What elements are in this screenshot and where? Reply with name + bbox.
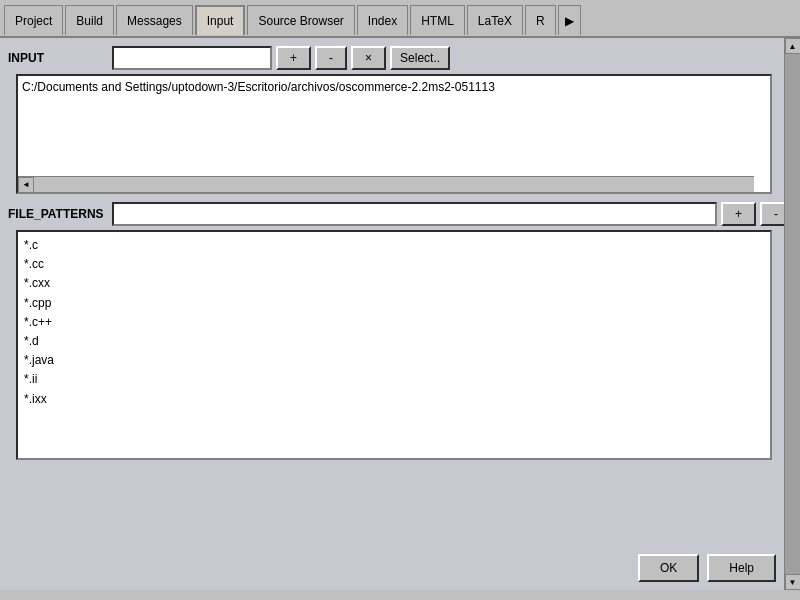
file-patterns-add-button[interactable]: + — [721, 202, 756, 226]
list-item[interactable]: *.ixx — [22, 390, 766, 409]
tab-bar: Project Build Messages Input Source Brow… — [0, 0, 800, 38]
input-label: INPUT — [8, 51, 108, 65]
input-path-container: C:/Documents and Settings/uptodown-3/Esc… — [16, 74, 772, 194]
ok-button[interactable]: OK — [638, 554, 699, 582]
list-item[interactable]: *.cc — [22, 255, 766, 274]
input-select-button[interactable]: Select.. — [390, 46, 450, 70]
list-item[interactable]: *.cxx — [22, 274, 766, 293]
file-patterns-row: FILE_PATTERNS + - — [8, 202, 792, 226]
bottom-bar: OK Help — [638, 554, 776, 582]
tab-project[interactable]: Project — [4, 5, 63, 35]
tab-more-button[interactable]: ▶ — [558, 5, 581, 35]
list-item[interactable]: *.java — [22, 351, 766, 370]
list-item[interactable]: *.ii — [22, 370, 766, 389]
scroll-up-button[interactable]: ▲ — [785, 38, 801, 54]
input-path-text: C:/Documents and Settings/uptodown-3/Esc… — [18, 76, 770, 98]
list-item[interactable]: *.cpp — [22, 294, 766, 313]
scroll-track — [785, 54, 801, 574]
tab-source-browser[interactable]: Source Browser — [247, 5, 354, 35]
main-content: ▲ ▼ INPUT + - × Select.. C:/Documents an… — [0, 38, 800, 590]
tab-index[interactable]: Index — [357, 5, 408, 35]
tab-html[interactable]: HTML — [410, 5, 465, 35]
file-patterns-input[interactable] — [112, 202, 717, 226]
input-text-field[interactable] — [112, 46, 272, 70]
tab-r[interactable]: R — [525, 5, 556, 35]
list-item[interactable]: *.d — [22, 332, 766, 351]
input-add-button[interactable]: + — [276, 46, 311, 70]
file-patterns-label: FILE_PATTERNS — [8, 207, 104, 221]
scroll-left-button[interactable]: ◄ — [18, 177, 34, 193]
patterns-list[interactable]: *.c*.cc*.cxx*.cpp*.c++*.d*.java*.ii*.ixx — [16, 230, 772, 460]
tab-input[interactable]: Input — [195, 5, 246, 35]
list-item[interactable]: *.c — [22, 236, 766, 255]
scroll-down-button[interactable]: ▼ — [785, 574, 801, 590]
input-remove-button[interactable]: - — [315, 46, 347, 70]
horizontal-scrollbar: ◄ — [18, 176, 754, 192]
input-section: INPUT + - × Select.. C:/Documents and Se… — [8, 46, 792, 194]
list-item[interactable]: *.c++ — [22, 313, 766, 332]
help-button[interactable]: Help — [707, 554, 776, 582]
file-patterns-section: FILE_PATTERNS + - *.c*.cc*.cxx*.cpp*.c++… — [8, 202, 792, 460]
input-row: INPUT + - × Select.. — [8, 46, 792, 70]
input-clear-button[interactable]: × — [351, 46, 386, 70]
tab-build[interactable]: Build — [65, 5, 114, 35]
tab-latex[interactable]: LaTeX — [467, 5, 523, 35]
tab-messages[interactable]: Messages — [116, 5, 193, 35]
right-scrollbar: ▲ ▼ — [784, 38, 800, 590]
